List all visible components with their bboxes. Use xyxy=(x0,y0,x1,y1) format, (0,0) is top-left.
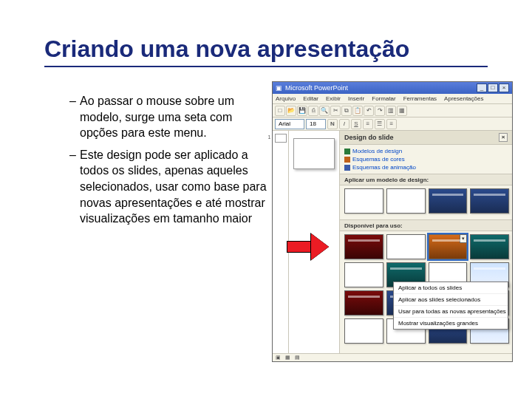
redo-icon[interactable]: ↷ xyxy=(375,106,385,116)
formatting-toolbar: Arial 18 N I S ≡ ☰ ≡ xyxy=(273,117,512,131)
thumb-dropdown-button[interactable]: ▾ xyxy=(460,234,467,243)
app-icon: ▣ xyxy=(276,84,282,92)
current-slide[interactable] xyxy=(293,138,335,169)
menu-bar: Arquivo Editar Exibir Inserir Formatar F… xyxy=(273,94,512,104)
open-icon[interactable]: 📂 xyxy=(286,106,296,116)
powerpoint-window: ▣ Microsoft PowerPoint _ □ × Arquivo Edi… xyxy=(272,81,513,362)
taskpane-title: Design do slide xyxy=(344,134,394,141)
underline-icon[interactable]: S xyxy=(351,119,361,129)
design-thumb[interactable] xyxy=(344,318,383,344)
design-thumb[interactable] xyxy=(344,234,383,259)
new-icon[interactable]: □ xyxy=(275,106,285,116)
maximize-button[interactable]: □ xyxy=(488,83,498,92)
bullet-dash: – xyxy=(69,147,80,227)
chart-icon[interactable]: ▥ xyxy=(386,106,396,116)
close-button[interactable]: × xyxy=(499,83,509,92)
copy-icon[interactable]: ⧉ xyxy=(341,106,352,116)
taskpane-close-button[interactable]: × xyxy=(499,133,508,142)
design-thumb[interactable] xyxy=(429,188,468,214)
slide-title: Criando uma nova apresentação xyxy=(44,35,488,67)
bullet-list: – Ao passar o mouse sobre um modelo, sur… xyxy=(69,93,269,233)
menu-apply-selected[interactable]: Aplicar aos slides selecionados xyxy=(394,294,508,306)
design-context-menu: Aplicar a todos os slides Aplicar aos sl… xyxy=(393,282,508,330)
undo-icon[interactable]: ↶ xyxy=(364,106,374,116)
bold-icon[interactable]: N xyxy=(327,119,338,129)
app-title: Microsoft PowerPoint xyxy=(285,84,348,92)
menu-apply-all[interactable]: Aplicar a todos os slides xyxy=(394,282,508,294)
link-animation-schemes[interactable]: Esquemas de animação xyxy=(344,164,508,171)
bullet-dash: – xyxy=(69,93,80,141)
print-icon[interactable]: ⎙ xyxy=(308,106,318,116)
link-color-schemes[interactable]: Esquemas de cores xyxy=(344,156,508,163)
view-sorter-icon[interactable]: ▦ xyxy=(285,355,290,361)
window-titlebar: ▣ Microsoft PowerPoint _ □ × xyxy=(273,82,512,94)
design-thumb[interactable]: ▾ xyxy=(429,234,468,259)
design-thumb[interactable] xyxy=(344,290,383,316)
view-slideshow-icon[interactable]: ▤ xyxy=(295,355,300,361)
menu-show-large-previews[interactable]: Mostrar visualizações grandes xyxy=(394,318,508,329)
link-label: Modelos de design xyxy=(352,148,402,154)
design-thumbs-used xyxy=(340,185,512,219)
design-thumb[interactable] xyxy=(386,234,426,259)
section-apply-design: Aplicar um modelo de design: xyxy=(340,174,512,185)
taskpane-title-bar: Design do slide × xyxy=(340,131,512,145)
section-available: Disponível para uso: xyxy=(340,219,512,231)
design-thumb[interactable] xyxy=(470,188,509,214)
design-thumb[interactable] xyxy=(386,188,426,214)
menu-item[interactable]: Editar xyxy=(303,95,318,102)
bullet-text: Ao passar o mouse sobre um modelo, surge… xyxy=(80,93,269,141)
save-icon[interactable]: 💾 xyxy=(297,106,307,116)
align-right-icon[interactable]: ≡ xyxy=(386,119,397,129)
menu-item[interactable]: Formatar xyxy=(372,95,395,102)
align-left-icon[interactable]: ≡ xyxy=(363,119,373,129)
callout-arrow-icon xyxy=(287,233,330,260)
slide-thumbnail[interactable] xyxy=(275,134,287,143)
align-center-icon[interactable]: ☰ xyxy=(375,119,385,129)
status-bar: ▣ ▦ ▤ xyxy=(273,353,512,361)
design-thumb[interactable] xyxy=(344,188,383,214)
menu-item[interactable]: Apresentações xyxy=(444,95,483,102)
italic-icon[interactable]: I xyxy=(339,119,349,129)
square-icon xyxy=(344,165,350,171)
menu-item[interactable]: Arquivo xyxy=(276,95,296,102)
design-thumb[interactable] xyxy=(344,262,383,287)
design-thumb[interactable] xyxy=(470,234,509,259)
bullet-text: Este design pode ser aplicado a todos os… xyxy=(80,147,269,227)
bullet-item: – Ao passar o mouse sobre um modelo, sur… xyxy=(69,93,269,141)
menu-use-new-presentations[interactable]: Usar para todas as novas apresentações xyxy=(394,306,508,318)
font-size-select[interactable]: 18 xyxy=(306,119,326,129)
square-icon xyxy=(344,157,350,163)
view-normal-icon[interactable]: ▣ xyxy=(276,355,281,361)
menu-item[interactable]: Inserir xyxy=(348,95,364,102)
bullet-item: – Este design pode ser aplicado a todos … xyxy=(69,147,269,227)
minimize-button[interactable]: _ xyxy=(477,83,487,92)
design-task-pane: Design do slide × Modelos de design Esqu… xyxy=(339,131,512,353)
taskpane-links: Modelos de design Esquemas de cores Esqu… xyxy=(340,145,512,174)
font-name-select[interactable]: Arial xyxy=(275,119,304,129)
square-icon xyxy=(344,149,350,154)
menu-item[interactable]: Ferramentas xyxy=(403,95,437,102)
link-label: Esquemas de animação xyxy=(352,164,416,171)
paste-icon[interactable]: 📋 xyxy=(352,106,363,116)
link-design-templates[interactable]: Modelos de design xyxy=(344,148,508,154)
table-icon[interactable]: ▦ xyxy=(397,106,407,116)
search-icon[interactable]: 🔍 xyxy=(319,106,330,116)
link-label: Esquemas de cores xyxy=(352,156,405,163)
menu-item[interactable]: Exibir xyxy=(326,95,341,102)
cut-icon[interactable]: ✂ xyxy=(330,106,341,116)
standard-toolbar: □ 📂 💾 ⎙ 🔍 ✂ ⧉ 📋 ↶ ↷ ▥ ▦ xyxy=(273,104,512,117)
